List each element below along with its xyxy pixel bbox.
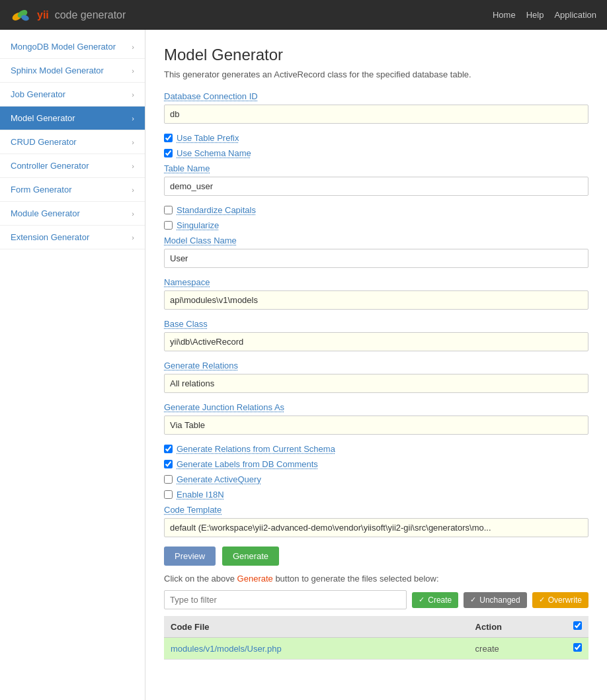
chevron-icon-model: › — [132, 114, 134, 122]
gen-active-query-label[interactable]: Generate ActiveQuery — [177, 474, 261, 484]
chevron-icon-extension: › — [132, 234, 134, 241]
generate-relations-label: Generate Relations — [164, 361, 588, 371]
use-schema-name-checkbox[interactable] — [164, 149, 173, 157]
base-class-field: Base Class — [164, 319, 588, 351]
singularize-row: Singularize — [164, 220, 588, 230]
singularize-label[interactable]: Singularize — [177, 220, 219, 230]
use-schema-name-label[interactable]: Use Schema Name — [177, 148, 251, 158]
select-all-checkbox[interactable] — [573, 621, 582, 630]
help-link[interactable]: Help — [526, 10, 544, 20]
namespace-input[interactable] — [164, 290, 588, 310]
generate-junction-field: Generate Junction Relations As — [164, 402, 588, 435]
application-link[interactable]: Application — [554, 10, 596, 20]
main-layout: MongoDB Model Generator › Sphinx Model G… — [0, 30, 607, 700]
filter-input[interactable] — [164, 590, 407, 609]
use-table-prefix-checkbox[interactable] — [164, 134, 173, 142]
chevron-icon-job: › — [132, 91, 134, 99]
sidebar-item-extension[interactable]: Extension Generator › — [0, 226, 145, 249]
gen-active-query-checkbox[interactable] — [164, 475, 173, 484]
base-class-label: Base Class — [164, 319, 588, 329]
generate-relations-field: Generate Relations — [164, 361, 588, 393]
sidebar-item-crud[interactable]: CRUD Generator › — [0, 130, 145, 154]
generate-word: Generate — [237, 574, 273, 584]
col-code-file: Code File — [164, 616, 469, 638]
generate-relations-input[interactable] — [164, 374, 588, 393]
gen-relations-current-checkbox[interactable] — [164, 445, 173, 453]
gen-labels-db-row: Generate Labels from DB Comments — [164, 459, 588, 469]
main-content: Model Generator This generator generates… — [145, 30, 607, 700]
col-checkbox — [567, 616, 588, 638]
db-connection-field: Database Connection ID — [164, 91, 588, 124]
use-table-prefix-label[interactable]: Use Table Prefix — [177, 133, 239, 143]
yii-logo-icon — [11, 5, 32, 26]
db-connection-label: Database Connection ID — [164, 91, 588, 101]
app-header: yii code generator Home Help Application — [0, 0, 607, 30]
enable-i18n-checkbox[interactable] — [164, 490, 173, 499]
sidebar: MongoDB Model Generator › Sphinx Model G… — [0, 30, 145, 700]
namespace-field: Namespace — [164, 277, 588, 310]
logo: yii code generator — [11, 5, 126, 26]
namespace-label: Namespace — [164, 277, 588, 287]
sidebar-item-model[interactable]: Model Generator › — [0, 107, 145, 130]
generate-junction-label: Generate Junction Relations As — [164, 402, 588, 412]
gen-labels-db-checkbox[interactable] — [164, 460, 173, 468]
sidebar-item-mongodb[interactable]: MongoDB Model Generator › — [0, 35, 145, 59]
overwrite-badge-button[interactable]: ✓ Overwrite — [532, 592, 588, 608]
action-cell: create — [469, 638, 567, 660]
page-title: Model Generator — [164, 46, 588, 64]
base-class-input[interactable] — [164, 332, 588, 351]
sidebar-item-sphinx[interactable]: Sphinx Model Generator › — [0, 59, 145, 83]
gen-relations-current-row: Generate Relations from Current Schema — [164, 444, 588, 454]
db-connection-input[interactable] — [164, 105, 588, 124]
sidebar-item-form[interactable]: Form Generator › — [0, 178, 145, 202]
sidebar-item-module[interactable]: Module Generator › — [0, 202, 145, 226]
page-description: This generator generates an ActiveRecord… — [164, 69, 588, 79]
table-row: modules/v1/models/User.php create — [164, 638, 588, 660]
enable-i18n-label[interactable]: Enable I18N — [177, 490, 224, 500]
file-table-body: modules/v1/models/User.php create — [164, 638, 588, 660]
generate-junction-input[interactable] — [164, 416, 588, 435]
table-name-label: Table Name — [164, 163, 588, 173]
standardize-capitals-checkbox[interactable] — [164, 206, 173, 214]
model-class-name-input[interactable] — [164, 249, 588, 268]
chevron-icon-sphinx: › — [132, 67, 134, 75]
col-action: Action — [469, 616, 567, 638]
file-table: Code File Action modules/v1/models/User.… — [164, 616, 588, 660]
create-check-icon: ✓ — [419, 595, 425, 604]
standardize-capitals-row: Standardize Capitals — [164, 205, 588, 215]
generate-button[interactable]: Generate — [222, 547, 279, 566]
code-template-field: Code Template — [164, 505, 588, 537]
code-template-input[interactable] — [164, 518, 588, 537]
standardize-capitals-label[interactable]: Standardize Capitals — [177, 205, 256, 215]
use-schema-name-row: Use Schema Name — [164, 148, 588, 158]
use-table-prefix-row: Use Table Prefix — [164, 133, 588, 143]
enable-i18n-row: Enable I18N — [164, 490, 588, 500]
singularize-checkbox[interactable] — [164, 221, 173, 230]
table-name-field: Table Name — [164, 163, 588, 196]
model-class-name-field: Model Class Name — [164, 236, 588, 268]
logo-text: yii code generator — [37, 9, 126, 21]
chevron-icon-crud: › — [132, 138, 134, 146]
sidebar-item-job[interactable]: Job Generator › — [0, 83, 145, 107]
filter-row: ✓ Create ✓ Unchanged ✓ Overwrite — [164, 590, 588, 609]
top-nav: Home Help Application — [493, 10, 596, 20]
home-link[interactable]: Home — [493, 10, 516, 20]
chevron-icon-form: › — [132, 186, 134, 194]
chevron-icon-mongodb: › — [132, 43, 134, 51]
preview-button[interactable]: Preview — [164, 547, 216, 566]
gen-relations-current-label[interactable]: Generate Relations from Current Schema — [177, 444, 335, 454]
unchanged-badge-button[interactable]: ✓ Unchanged — [464, 592, 526, 608]
chevron-icon-controller: › — [132, 162, 134, 170]
gen-labels-db-label[interactable]: Generate Labels from DB Comments — [177, 459, 318, 469]
row-checkbox[interactable] — [573, 643, 582, 652]
model-class-name-label: Model Class Name — [164, 236, 588, 245]
row-checkbox-cell — [567, 638, 588, 660]
file-path-cell: modules/v1/models/User.php — [164, 638, 469, 660]
unchanged-check-icon: ✓ — [470, 595, 476, 604]
table-name-input[interactable] — [164, 177, 588, 196]
generate-note: Click on the above Generate button to ge… — [164, 574, 588, 584]
overwrite-check-icon: ✓ — [539, 595, 545, 604]
code-template-label: Code Template — [164, 505, 588, 515]
create-badge-button[interactable]: ✓ Create — [412, 592, 458, 608]
sidebar-item-controller[interactable]: Controller Generator › — [0, 154, 145, 178]
